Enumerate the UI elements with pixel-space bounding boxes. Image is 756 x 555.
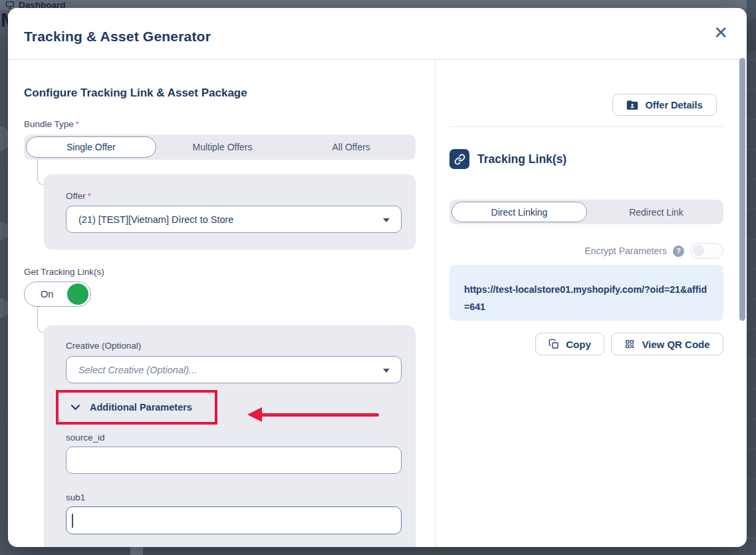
- sub1-label: sub1: [66, 492, 85, 502]
- annotation-red-box: Additional Parameters: [56, 390, 217, 425]
- get-tracking-links-label: Get Tracking Link(s): [24, 267, 104, 277]
- sub1-input[interactable]: [66, 506, 402, 534]
- encrypt-parameters-row: Encrypt Parameters ?: [449, 242, 723, 260]
- modal-scrollbar-thumb[interactable]: [739, 58, 745, 321]
- copy-label: Copy: [566, 339, 591, 350]
- annotation-arrow-left: [247, 407, 379, 423]
- tab-direct-linking[interactable]: Direct Linking: [451, 202, 587, 222]
- tracking-url-text: https://test-localstore01.myshopify.com/…: [464, 284, 707, 312]
- switch-knob-off: [693, 245, 704, 256]
- offer-label: Offer*: [66, 191, 91, 201]
- bundle-option-all-offers[interactable]: All Offers: [287, 134, 416, 160]
- configure-section-heading: Configure Tracking Link & Asset Package: [24, 87, 247, 100]
- tree-connector: [37, 307, 45, 333]
- offer-details-button[interactable]: Offer Details: [612, 94, 717, 116]
- modal-title: Tracking & Asset Generator: [24, 29, 211, 45]
- bundle-type-segmented-control: Single Offer Multiple Offers All Offers: [24, 134, 416, 160]
- view-qr-code-label: View QR Code: [642, 339, 709, 350]
- help-question-icon[interactable]: ?: [673, 246, 684, 257]
- required-asterisk: *: [88, 191, 91, 201]
- creative-label: Creative (Optional): [66, 341, 141, 351]
- tab-redirect-link[interactable]: Redirect Link: [589, 200, 723, 224]
- text-cursor: [72, 514, 73, 528]
- copy-button[interactable]: Copy: [535, 333, 604, 355]
- required-asterisk: *: [76, 119, 79, 129]
- modal-header: Tracking & Asset Generator ✕: [8, 8, 747, 60]
- link-icon: [449, 149, 469, 169]
- offer-details-label: Offer Details: [645, 100, 702, 110]
- get-tracking-links-toggle[interactable]: On: [24, 281, 91, 307]
- copy-icon: [549, 339, 559, 349]
- bundle-option-single-offer[interactable]: Single Offer: [26, 136, 156, 158]
- source-id-label: source_id: [66, 433, 105, 443]
- tracking-asset-generator-modal: Tracking & Asset Generator ✕ Configure T…: [8, 8, 747, 547]
- chevron-down-icon: [383, 218, 390, 222]
- link-type-tabs: Direct Linking Redirect Link: [449, 200, 723, 224]
- background-table-row: [747, 19, 756, 51]
- column-divider: [435, 60, 436, 547]
- creative-card: Creative (Optional) Select Creative (Opt…: [44, 325, 416, 547]
- right-panel-divider: [449, 126, 723, 127]
- creative-select[interactable]: Select Creative (Optional)...: [66, 356, 402, 383]
- close-icon[interactable]: ✕: [713, 24, 728, 41]
- view-qr-code-button[interactable]: View QR Code: [611, 333, 723, 355]
- toggle-state-label: On: [41, 289, 53, 299]
- folder-user-icon: [626, 100, 638, 110]
- offer-select-value: (21) [TEST][Vietnam] Dìrect to Store: [78, 214, 233, 225]
- tracking-url-box: https://test-localstore01.myshopify.com/…: [449, 265, 723, 321]
- offer-select[interactable]: (21) [TEST][Vietnam] Dìrect to Store: [66, 206, 402, 233]
- source-id-input[interactable]: [66, 447, 402, 474]
- background-table-strip: [747, 0, 756, 555]
- encrypt-parameters-label: Encrypt Parameters: [584, 246, 667, 256]
- toggle-knob-on: [67, 283, 88, 305]
- qr-code-icon: [624, 339, 635, 349]
- bundle-option-multiple-offers[interactable]: Multiple Offers: [158, 134, 287, 160]
- chevron-down-icon: [383, 369, 390, 373]
- creative-select-placeholder: Select Creative (Optional)...: [78, 365, 197, 375]
- offer-card: Offer* (21) [TEST][Vietnam] Dìrect to St…: [44, 174, 416, 250]
- tracking-links-section-title: Tracking Link(s): [477, 152, 567, 166]
- additional-parameters-toggle[interactable]: Additional Parameters: [90, 402, 192, 413]
- encrypt-parameters-switch[interactable]: [690, 243, 723, 259]
- background-scrollbar-fragment: [130, 547, 143, 555]
- bundle-type-label: Bundle Type*: [24, 119, 79, 129]
- chevron-down-icon: [70, 404, 80, 411]
